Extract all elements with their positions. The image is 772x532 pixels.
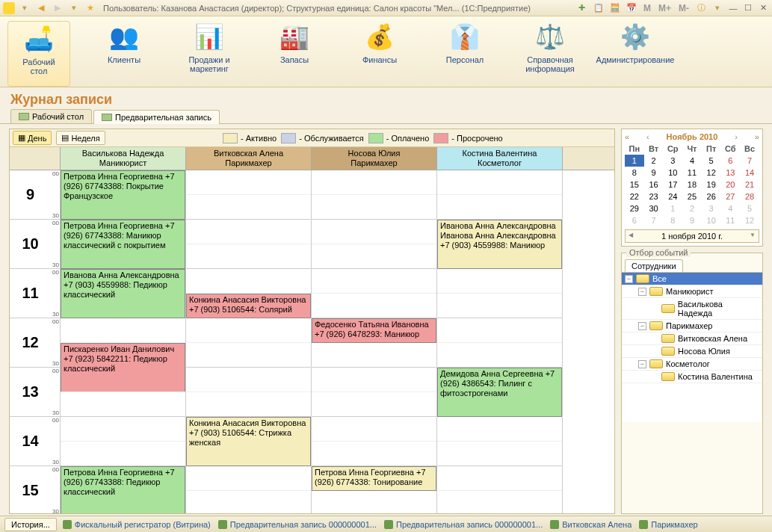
schedule-slot[interactable]	[437, 170, 563, 220]
calendar-day[interactable]: 24	[663, 191, 682, 202]
appointment[interactable]: Конкина Анасасия Викторовна +7 (903) 510…	[186, 417, 311, 466]
calendar-day[interactable]: 17	[663, 179, 682, 191]
appointment[interactable]: Демидова Анна Сергеевна +7 (926) 4386543…	[437, 368, 562, 417]
ribbon-item[interactable]: ⚖️Справочнаяинформация	[519, 21, 581, 87]
calendar-day[interactable]: 18	[682, 179, 702, 191]
maximize-button[interactable]: ☐	[742, 3, 754, 13]
tree-row[interactable]: −Все	[622, 273, 762, 285]
schedule-slot[interactable]	[61, 417, 186, 466]
schedule-slot[interactable]	[437, 318, 563, 368]
calendar-day[interactable]: 26	[702, 191, 721, 202]
calendar-day[interactable]: 12	[702, 167, 721, 179]
schedule-grid[interactable]: Василькова НадеждаМаникюристВитковская А…	[10, 147, 614, 513]
calendar-day[interactable]: 1	[663, 202, 682, 214]
calendar-day[interactable]: 5	[702, 155, 721, 167]
schedule-slot[interactable]: Федосенко Татьяна Ивановна +7 (926) 6478…	[312, 318, 437, 368]
calendar-day[interactable]: 16	[644, 179, 664, 191]
calendar-day[interactable]: 2	[682, 202, 702, 214]
clipboard-icon[interactable]: 📋	[592, 2, 605, 14]
calendar-day[interactable]: 11	[721, 214, 741, 226]
calendar-day[interactable]: 28	[740, 191, 759, 202]
scale-m-button[interactable]: M	[641, 3, 653, 13]
calendar-day[interactable]: 6	[721, 155, 741, 167]
nav-back-icon[interactable]: ◀	[34, 2, 48, 14]
status-item[interactable]: Витковская Алена	[550, 520, 632, 529]
calendar-day[interactable]: 4	[721, 202, 741, 214]
appointment[interactable]: Петрова Инна Георгиевна +7 (926) 6774338…	[61, 220, 185, 269]
dropdown3-icon[interactable]: ▾	[711, 2, 724, 14]
calendar-icon[interactable]: 📅	[625, 2, 638, 14]
calendar-day[interactable]: 21	[740, 179, 759, 191]
schedule-slot[interactable]	[437, 417, 563, 466]
star-icon[interactable]: ★	[84, 2, 97, 14]
tree-toggle-icon[interactable]: −	[638, 322, 646, 330]
tree-row[interactable]: −Парикмахер	[622, 320, 762, 332]
tree-row[interactable]: −Косметолог	[622, 358, 762, 371]
ribbon-item[interactable]: ⚙️Администрирование	[604, 21, 667, 87]
schedule-slot[interactable]	[312, 220, 437, 269]
calendar-day[interactable]: 30	[644, 202, 664, 214]
tree-row[interactable]: −Маникюрист	[622, 285, 762, 298]
calendar-day[interactable]: 11	[682, 167, 702, 179]
schedule-slot[interactable]: Иванова Анна Александровна Иванова Анна …	[437, 220, 563, 269]
calendar-day[interactable]: 5	[740, 202, 759, 214]
calendar-day[interactable]: 29	[625, 202, 644, 214]
schedule-slot[interactable]: Петрова Инна Георгиевна +7 (926) 6774338…	[61, 170, 186, 220]
appointment[interactable]: Петрова Инна Георгиевна +7 (926) 6774338…	[61, 466, 185, 513]
fav-add-icon[interactable]: ✚	[575, 2, 589, 14]
calendar-day[interactable]: 4	[682, 155, 702, 167]
calendar-day[interactable]: 27	[721, 191, 741, 202]
appointment[interactable]: Иванова Анна Александровна +7 (903) 4559…	[61, 269, 185, 318]
status-item[interactable]: Предварительная запись 000000001...	[218, 520, 377, 529]
calendar-day[interactable]: 1	[625, 155, 644, 167]
filter-tab-employees[interactable]: Сотрудники	[625, 259, 683, 272]
ribbon-item[interactable]: 🏭Запасы	[263, 21, 326, 87]
calendar-day[interactable]: 14	[740, 167, 759, 179]
dropdown2-icon[interactable]: ▾	[67, 2, 81, 14]
dropdown-icon[interactable]: ▾	[18, 2, 31, 14]
minimize-button[interactable]: —	[727, 3, 739, 13]
calendar-day[interactable]: 6	[625, 214, 644, 226]
calendar-day[interactable]: 19	[702, 179, 721, 191]
cal-next-year-icon[interactable]: »	[755, 132, 759, 141]
calendar-day[interactable]: 10	[663, 167, 682, 179]
calendar-day[interactable]: 7	[644, 214, 664, 226]
tree-row[interactable]: Василькова Надежда	[622, 298, 762, 320]
ribbon-item[interactable]: 👥Клиенты	[93, 21, 155, 87]
tree-row[interactable]: Витковская Алена	[622, 332, 762, 345]
schedule-slot[interactable]	[186, 220, 312, 269]
calc-icon[interactable]: 🧮	[608, 2, 622, 14]
close-button[interactable]: ✕	[757, 3, 769, 13]
schedule-slot[interactable]	[312, 417, 437, 466]
calendar-day[interactable]: 22	[625, 191, 644, 202]
status-item[interactable]: Парикмахер	[639, 520, 697, 529]
schedule-slot[interactable]: Конкина Анасасия Викторовна +7 (903) 510…	[186, 417, 312, 466]
tree-toggle-icon[interactable]: −	[638, 288, 646, 296]
schedule-slot[interactable]	[312, 170, 437, 220]
ribbon-item[interactable]: 🛋️Рабочийстол	[7, 21, 70, 87]
ribbon-item[interactable]: 💰Финансы	[348, 21, 411, 87]
status-item[interactable]: Предварительная запись 000000001...	[384, 520, 543, 529]
info-icon[interactable]: ⓘ	[694, 2, 708, 14]
appointment[interactable]: Конкина Анасасия Викторовна +7 (903) 510…	[186, 294, 311, 318]
appointment[interactable]: Петрова Инна Георгиевна +7 (926) 6774338…	[312, 466, 436, 491]
schedule-slot[interactable]	[312, 368, 437, 417]
schedule-slot[interactable]: Петрова Инна Георгиевна +7 (926) 6774338…	[312, 466, 437, 513]
calendar-day[interactable]: 3	[702, 202, 721, 214]
schedule-slot[interactable]: Петрова Инна Георгиевна +7 (926) 6774338…	[61, 466, 186, 513]
schedule-slot[interactable]: Петрова Инна Георгиевна +7 (926) 6774338…	[61, 220, 186, 269]
nav-forward-icon[interactable]: ▶	[51, 2, 64, 14]
schedule-slot[interactable]	[186, 170, 312, 220]
status-item[interactable]: Фискальный регистратор (Витрина)	[63, 520, 211, 529]
schedule-slot[interactable]: Пискаренко Иван Данилович +7 (923) 58422…	[61, 318, 186, 368]
scale-mminus-button[interactable]: M-	[676, 3, 691, 13]
tab-desktop[interactable]: Рабочий стол	[10, 109, 92, 123]
cal-prev-year-icon[interactable]: «	[625, 132, 629, 141]
calendar-grid[interactable]: ПнВтСрЧтПтСбВс12345678910111213141516171…	[625, 143, 759, 226]
tree-row[interactable]: Костина Валентина	[622, 371, 762, 383]
schedule-slot[interactable]	[61, 368, 186, 417]
schedule-slot[interactable]	[437, 466, 563, 513]
schedule-slot[interactable]: Иванова Анна Александровна +7 (903) 4559…	[61, 269, 186, 318]
calendar-day[interactable]: 8	[663, 214, 682, 226]
tree-toggle-icon[interactable]: −	[625, 275, 633, 283]
